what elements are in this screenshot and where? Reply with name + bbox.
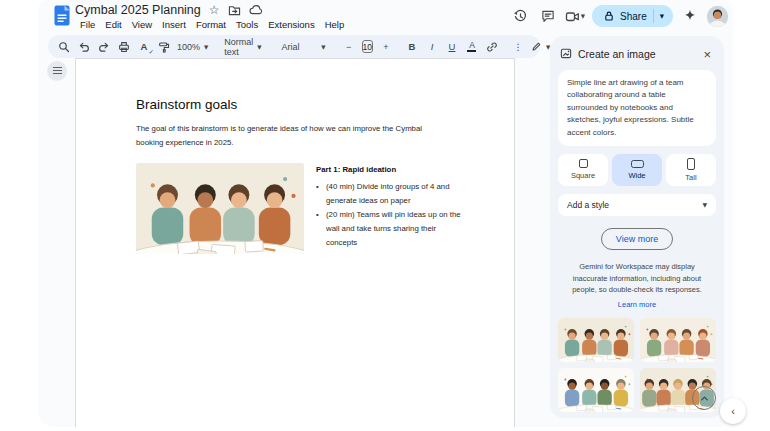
gemini-disclaimer: Gemini for Workspace may display inaccur… [558,261,716,296]
underline-button[interactable]: U [445,38,459,55]
square-ratio-icon [579,159,588,168]
menu-file[interactable]: File [75,18,100,31]
doc-bullet-2: •(20 min) Teams will pin ideas up on the… [316,208,466,250]
view-more-button[interactable]: View more [601,228,673,250]
insert-link-icon[interactable] [485,38,499,55]
outline-icon [53,67,62,75]
doc-inline-image[interactable] [136,163,304,254]
paint-format-icon[interactable] [157,38,171,55]
wide-ratio-icon [631,160,644,168]
document-page[interactable]: Brainstorm goals The goal of this brains… [75,58,515,427]
menubar: FileEditViewInsertFormatToolsExtensionsH… [75,18,349,31]
italic-button[interactable]: I [425,38,439,55]
image-prompt-input[interactable]: Simple line art drawing of a team collab… [558,70,716,146]
doc-bullet-list: •(40 min) Divide into groups of 4 and ge… [316,180,466,250]
zoom-select[interactable]: 100% ▼ [177,42,208,52]
doc-intro-paragraph: The goal of this brainstorm is to genera… [136,122,436,151]
font-size-input[interactable]: 10 [362,40,373,53]
scroll-to-top-button[interactable] [692,386,716,410]
redo-icon[interactable] [97,38,111,55]
learn-more-link[interactable]: Learn more [558,300,716,309]
add-style-select[interactable]: Add a style ▼ [558,194,716,216]
cloud-saved-icon[interactable] [249,4,263,15]
docs-window: Cymbal 2025 Planning ☆ FileEditViewInser… [38,0,733,427]
menu-extensions[interactable]: Extensions [263,18,319,31]
close-icon[interactable]: × [700,47,714,62]
doc-bullet-1: •(40 min) Divide into groups of 4 and ge… [316,180,466,208]
aspect-ratio-group: SquareWideTall [558,154,716,186]
search-icon[interactable] [57,38,71,55]
share-dropdown-icon[interactable]: ▼ [660,13,664,19]
lock-icon [603,10,615,22]
panel-header: Create an image × [558,43,716,65]
menu-view[interactable]: View [127,18,157,31]
text-color-button[interactable]: A [465,38,479,55]
generated-image-3[interactable] [558,368,634,412]
document-title[interactable]: Cymbal 2025 Planning [75,3,201,17]
bold-button[interactable]: B [405,38,419,55]
titlebar: Cymbal 2025 Planning ☆ FileEditViewInser… [38,0,733,34]
comment-icon[interactable] [538,6,558,26]
generated-image-1[interactable] [558,318,634,362]
titlebar-actions: ▼ Share ▼ [511,3,728,29]
menu-tools[interactable]: Tools [231,18,263,31]
chevron-left-icon: ‹ [731,405,735,417]
menu-help[interactable]: Help [320,18,350,31]
panel-title: Create an image [578,48,694,60]
hide-side-panel-button[interactable]: ‹ [720,398,746,424]
join-call-button[interactable]: ▼ [565,9,585,24]
aspect-wide-button[interactable]: Wide [612,154,662,186]
share-button[interactable]: Share ▼ [592,5,673,27]
move-to-folder-icon[interactable] [228,4,241,16]
google-docs-icon[interactable] [54,5,70,26]
gemini-sparkle-icon[interactable] [680,6,700,26]
version-history-icon[interactable] [511,6,531,26]
share-divider [653,9,654,23]
title-block: Cymbal 2025 Planning ☆ FileEditViewInser… [75,2,349,31]
account-avatar[interactable] [707,6,728,27]
doc-heading: Brainstorm goals [136,97,237,112]
aspect-tall-button[interactable]: Tall [666,154,716,186]
menu-format[interactable]: Format [191,18,231,31]
star-icon[interactable]: ☆ [209,4,220,16]
paragraph-style-select[interactable]: Normal text ▼ [220,37,265,57]
aspect-square-button[interactable]: Square [558,154,608,186]
doc-right-column: Part 1: Rapid ideation •(40 min) Divide … [316,165,466,250]
chevron-down-icon: ▼ [702,201,707,208]
decrease-font-size-button[interactable]: − [342,38,356,55]
document-outline-button[interactable] [47,61,67,81]
generated-image-2[interactable] [640,318,716,362]
increase-font-size-button[interactable]: + [379,38,393,55]
more-options-icon[interactable]: ⋮ [511,38,525,55]
tall-ratio-icon [687,158,695,170]
menu-edit[interactable]: Edit [100,18,126,31]
print-icon[interactable] [117,38,131,55]
spellcheck-icon[interactable]: A ✓ [137,38,151,55]
menu-insert[interactable]: Insert [157,18,191,31]
chevron-down-icon: ▼ [581,13,585,19]
pen-tool-select[interactable]: ▼ [531,41,550,52]
share-label: Share [620,11,647,22]
font-select[interactable]: Arial ▼ [278,42,330,52]
create-image-panel: Create an image × Simple line art drawin… [550,36,724,418]
main-toolbar: A ✓ 100% ▼ Normal text ▼ Arial ▼ − 10 + [48,35,540,58]
doc-part1-title: Part 1: Rapid ideation [316,165,466,174]
create-image-icon [560,45,572,63]
undo-icon[interactable] [77,38,91,55]
